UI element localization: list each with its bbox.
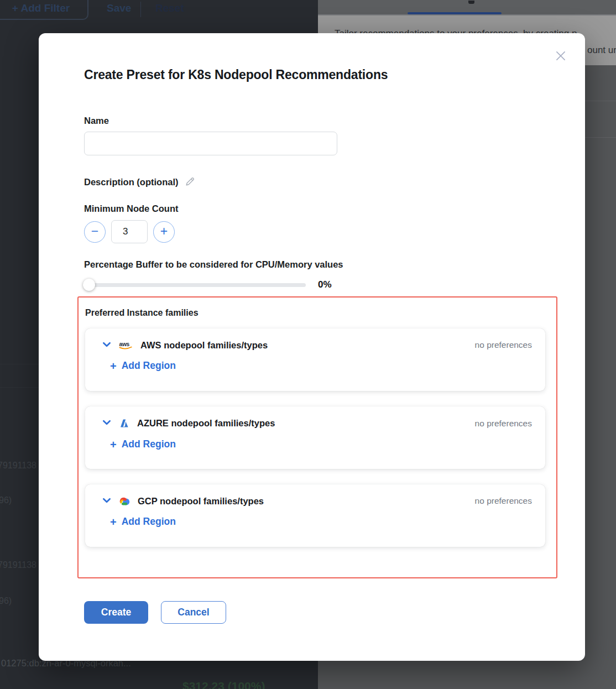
node-count-stepper: − + — [84, 220, 541, 243]
azure-logo-icon — [118, 417, 130, 429]
plus-icon: + — [110, 516, 117, 528]
chevron-down-icon — [102, 495, 112, 507]
add-region-label: Add Region — [122, 439, 176, 450]
collapse-toggle[interactable] — [101, 340, 112, 351]
provider-status: no preferences — [475, 496, 532, 506]
provider-card-gcp: GCP nodepool families/types no preferenc… — [85, 484, 545, 547]
slider-value: 0% — [318, 279, 332, 290]
add-region-button[interactable]: + Add Region — [110, 439, 176, 450]
add-region-button[interactable]: + Add Region — [110, 360, 176, 372]
buffer-slider: 0% — [84, 278, 541, 291]
provider-status: no preferences — [475, 419, 532, 429]
provider-status: no preferences — [475, 340, 532, 350]
chevron-down-icon — [102, 417, 112, 429]
create-button[interactable]: Create — [84, 601, 148, 624]
chevron-down-icon — [102, 340, 112, 351]
provider-card-aws: aws AWS nodepool families/types no prefe… — [85, 328, 545, 391]
min-node-count-label: Minimum Node Count — [84, 202, 541, 215]
decrement-button[interactable]: − — [84, 221, 106, 243]
add-region-button[interactable]: + Add Region — [110, 516, 176, 528]
create-preset-modal: Create Preset for K8s Nodepool Recommend… — [39, 33, 585, 661]
description-label: Description (optional) — [84, 176, 179, 188]
provider-label: AZURE nodepool families/types — [137, 418, 275, 429]
aws-logo-icon: aws — [118, 340, 133, 350]
cancel-button[interactable]: Cancel — [161, 601, 226, 624]
node-count-input[interactable] — [111, 220, 148, 243]
name-label: Name — [84, 114, 541, 127]
add-region-label: Add Region — [122, 360, 176, 372]
increment-button[interactable]: + — [153, 221, 175, 243]
plus-icon: + — [110, 361, 117, 372]
name-input[interactable] — [84, 132, 337, 155]
modal-title: Create Preset for K8s Nodepool Recommend… — [84, 67, 541, 82]
svg-text:aws: aws — [119, 341, 130, 347]
plus-icon: + — [160, 225, 168, 238]
add-region-label: Add Region — [122, 516, 176, 528]
edit-pencil-icon[interactable] — [184, 176, 195, 187]
plus-icon: + — [110, 439, 117, 450]
provider-label: GCP nodepool families/types — [138, 496, 264, 507]
minus-icon: − — [91, 225, 98, 238]
buffer-label: Percentage Buffer to be considered for C… — [84, 258, 541, 270]
provider-card-azure: AZURE nodepool families/types no prefere… — [85, 406, 545, 469]
preferred-families-label: Preferred Instance families — [85, 307, 545, 319]
collapse-toggle[interactable] — [101, 418, 112, 429]
slider-track[interactable] — [84, 283, 306, 287]
collapse-toggle[interactable] — [101, 495, 112, 507]
slider-thumb[interactable] — [83, 279, 95, 291]
preferred-families-section: Preferred Instance families aws — [77, 296, 557, 578]
gcp-logo-icon — [118, 496, 130, 507]
provider-label: AWS nodepool families/types — [140, 340, 268, 351]
